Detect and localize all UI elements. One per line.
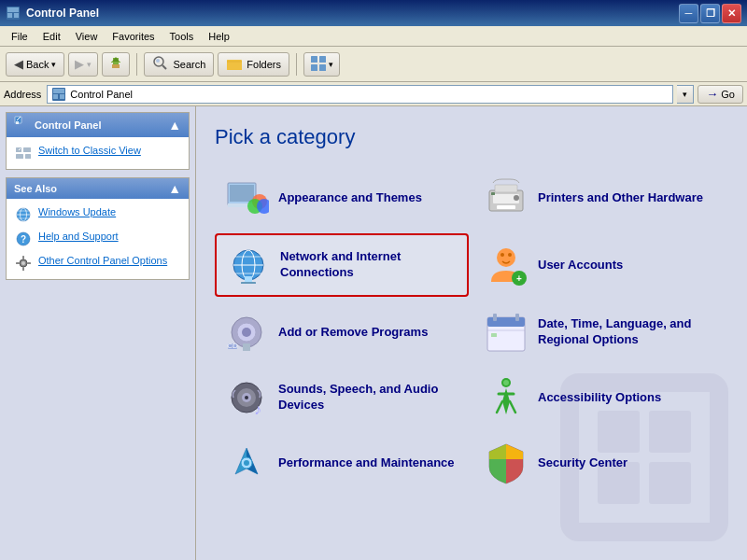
svg-rect-13: [319, 56, 326, 63]
menu-tools[interactable]: Tools: [162, 29, 202, 44]
date-time-label: Date, Time, Language, and Regional Optio…: [538, 316, 719, 348]
accessibility-label: Accessibility Options: [538, 390, 661, 406]
forward-button[interactable]: ▶ ▾: [68, 52, 98, 77]
svg-point-96: [244, 460, 249, 466]
close-button[interactable]: ✕: [722, 4, 741, 23]
search-button[interactable]: Search: [144, 52, 214, 77]
folders-icon: [226, 55, 243, 74]
category-item-printers[interactable]: Printers and Other Hardware: [474, 168, 728, 228]
category-item-add-remove[interactable]: CD Add or Remove Programs: [215, 302, 469, 362]
folders-label: Folders: [247, 59, 281, 70]
menu-file[interactable]: File: [4, 29, 35, 44]
menu-favorites[interactable]: Favorites: [105, 29, 162, 44]
add-remove-label: Add or Remove Programs: [278, 325, 428, 341]
sidebar-item-other-options[interactable]: Other Control Panel Options: [12, 251, 183, 275]
view-dropdown-icon: ▾: [329, 60, 333, 69]
sidebar-item-switch-classic[interactable]: Switch to Classic View: [12, 141, 183, 165]
sounds-label: Sounds, Speech, and Audio Devices: [278, 382, 459, 413]
restore-button[interactable]: ❐: [700, 4, 720, 23]
address-text: Control Panel: [70, 89, 669, 100]
svg-rect-36: [22, 256, 24, 259]
menu-view[interactable]: View: [68, 29, 106, 44]
control-panel-section-content: Switch to Classic View: [7, 137, 189, 169]
svg-rect-14: [311, 64, 317, 71]
folders-button[interactable]: Folders: [218, 52, 289, 77]
svg-rect-5: [111, 62, 120, 63]
svg-rect-77: [493, 314, 497, 321]
category-item-accessibility[interactable]: Accessibility Options: [474, 368, 728, 427]
svg-rect-38: [16, 262, 20, 264]
printers-icon: [484, 175, 529, 220]
performance-label: Performance and Maintenance: [278, 455, 455, 471]
gear-icon: [14, 254, 33, 273]
svg-rect-46: [230, 185, 254, 202]
address-bar: Address Control Panel ▾ → Go: [0, 82, 747, 106]
svg-rect-18: [53, 94, 58, 99]
sounds-icon: ♪: [224, 375, 269, 420]
user-accounts-label: User Accounts: [538, 258, 623, 273]
switch-classic-label: Switch to Classic View: [38, 144, 141, 157]
toolbar-separator-2: [296, 53, 297, 76]
date-time-icon: [484, 310, 529, 355]
svg-rect-3: [14, 13, 19, 18]
svg-rect-22: [16, 121, 19, 124]
svg-rect-17: [53, 89, 64, 93]
svg-rect-83: [516, 333, 522, 337]
svg-rect-7: [112, 64, 120, 68]
toolbar-separator-1: [136, 53, 137, 76]
menu-bar: File Edit View Favorites Tools Help: [0, 26, 747, 47]
address-input-wrapper[interactable]: Control Panel: [47, 85, 673, 104]
svg-rect-63: [241, 282, 256, 284]
performance-icon: [224, 441, 269, 485]
svg-text:♪: ♪: [254, 401, 261, 417]
svg-point-94: [503, 380, 509, 385]
category-item-date-time[interactable]: Date, Time, Language, and Regional Optio…: [474, 302, 728, 362]
back-label: Back: [26, 59, 49, 70]
title-bar: Control Panel ─ ❐ ✕: [0, 0, 747, 26]
view-button[interactable]: ▾: [303, 52, 340, 77]
category-item-sounds[interactable]: ♪ Sounds, Speech, and Audio Devices: [215, 368, 469, 427]
up-button[interactable]: [102, 52, 130, 77]
toolbar: ◀ Back ▾ ▶ ▾ Search: [0, 47, 747, 82]
sidebar-item-windows-update[interactable]: Windows Update: [12, 203, 183, 227]
sidebar-item-help-support[interactable]: ? Help and Support: [12, 227, 183, 251]
svg-rect-15: [319, 64, 326, 71]
category-item-security[interactable]: Security Center: [474, 433, 728, 493]
control-panel-section: Control Panel ▲ Switch to Classic Vi: [6, 112, 190, 170]
main-layout: Control Panel ▲ Switch to Classic Vi: [0, 106, 747, 560]
network-label: Network and Internet Connections: [280, 249, 458, 281]
category-item-appearance[interactable]: Appearance and Themes: [215, 168, 469, 228]
see-also-section-header[interactable]: See Also ▲: [7, 178, 189, 199]
go-arrow-icon: →: [706, 87, 718, 101]
svg-rect-53: [495, 185, 517, 192]
classic-view-icon: [14, 144, 33, 162]
menu-edit[interactable]: Edit: [35, 29, 68, 44]
back-arrow-icon: ◀: [14, 57, 23, 71]
svg-rect-62: [245, 276, 252, 282]
see-also-section: See Also ▲ Windows Update: [6, 177, 190, 280]
svg-rect-54: [497, 205, 515, 209]
appearance-icon: [224, 175, 269, 220]
control-panel-collapse-icon: ▲: [168, 118, 181, 133]
svg-point-10: [156, 59, 160, 63]
appearance-label: Appearance and Themes: [278, 190, 422, 206]
forward-arrow-icon: ▶: [75, 57, 84, 71]
minimize-button[interactable]: ─: [679, 4, 698, 23]
svg-point-91: [245, 396, 248, 399]
address-label: Address: [4, 89, 41, 100]
svg-line-9: [162, 65, 166, 69]
back-button[interactable]: ◀ Back ▾: [6, 52, 64, 77]
svg-point-55: [514, 195, 519, 201]
category-item-user-accounts[interactable]: + User Accounts: [474, 233, 728, 297]
svg-rect-56: [491, 192, 495, 195]
svg-rect-81: [500, 333, 505, 337]
address-dropdown[interactable]: ▾: [677, 85, 694, 104]
category-item-network[interactable]: Network and Internet Connections: [215, 233, 469, 297]
menu-help[interactable]: Help: [201, 29, 237, 44]
go-button[interactable]: → Go: [698, 85, 743, 104]
control-panel-section-header[interactable]: Control Panel ▲: [7, 113, 189, 137]
category-item-performance[interactable]: Performance and Maintenance: [215, 433, 469, 493]
svg-rect-80: [491, 333, 497, 337]
svg-rect-86: [508, 340, 514, 343]
view-icon: [310, 55, 327, 74]
